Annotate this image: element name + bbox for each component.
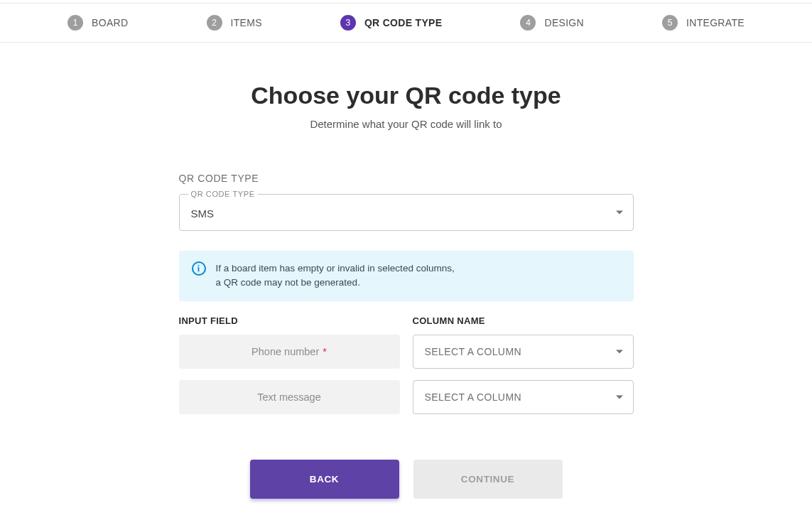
field-phone-number: Phone number* (179, 335, 400, 369)
step-design[interactable]: 4 DESIGN (520, 15, 583, 31)
input-field-header: INPUT FIELD (179, 315, 400, 326)
page-title: Choose your QR code type (179, 82, 634, 109)
action-bar: BACK CONTINUE (179, 460, 634, 499)
step-integrate[interactable]: 5 INTEGRATE (662, 15, 745, 31)
step-number: 4 (520, 15, 536, 31)
column-select-placeholder: SELECT A COLUMN (425, 346, 521, 357)
qr-type-select[interactable]: QR CODE TYPE SMS (179, 194, 634, 231)
field-label: Text message (257, 391, 320, 403)
back-button[interactable]: BACK (250, 460, 399, 499)
step-label: QR CODE TYPE (364, 17, 442, 28)
caret-down-icon (616, 350, 623, 353)
info-line2: a QR code may not be generated. (216, 277, 360, 288)
required-asterisk: * (323, 346, 327, 357)
info-text: If a board item has empty or invalid in … (216, 261, 455, 291)
column-select-text[interactable]: SELECT A COLUMN (413, 380, 634, 414)
mapping-row-text: Text message SELECT A COLUMN (179, 380, 634, 426)
info-alert: i If a board item has empty or invalid i… (179, 251, 634, 301)
step-qr-code-type[interactable]: 3 QR CODE TYPE (340, 15, 442, 31)
step-number: 2 (207, 15, 222, 31)
caret-down-icon (616, 211, 623, 215)
mapping-header-row: INPUT FIELD COLUMN NAME (179, 315, 634, 335)
step-number: 1 (67, 15, 83, 31)
step-board[interactable]: 1 BOARD (67, 15, 128, 31)
info-line1: If a board item has empty or invalid in … (216, 263, 455, 274)
step-number: 5 (662, 15, 678, 31)
field-text-message: Text message (179, 380, 400, 414)
column-name-header: COLUMN NAME (413, 315, 634, 326)
step-label: DESIGN (544, 17, 583, 28)
page-subtitle: Determine what your QR code will link to (179, 118, 634, 130)
column-select-placeholder: SELECT A COLUMN (425, 391, 521, 403)
step-number: 3 (340, 15, 356, 31)
qr-type-selected-value: SMS (191, 207, 215, 220)
step-label: ITEMS (231, 17, 262, 28)
field-label: Phone number (251, 346, 319, 357)
continue-button[interactable]: CONTINUE (413, 460, 563, 499)
qr-type-floating-label: QR CODE TYPE (188, 190, 258, 198)
main-content: Choose your QR code type Determine what … (179, 82, 634, 499)
info-icon: i (192, 261, 206, 276)
caret-down-icon (616, 395, 623, 399)
column-select-phone[interactable]: SELECT A COLUMN (413, 335, 634, 369)
mapping-row-phone: Phone number* SELECT A COLUMN (179, 335, 634, 380)
step-label: INTEGRATE (686, 17, 745, 28)
stepper: 1 BOARD 2 ITEMS 3 QR CODE TYPE 4 DESIGN … (0, 4, 812, 43)
step-items[interactable]: 2 ITEMS (207, 15, 262, 31)
step-label: BOARD (92, 17, 128, 28)
qr-type-section-label: QR CODE TYPE (179, 173, 634, 184)
